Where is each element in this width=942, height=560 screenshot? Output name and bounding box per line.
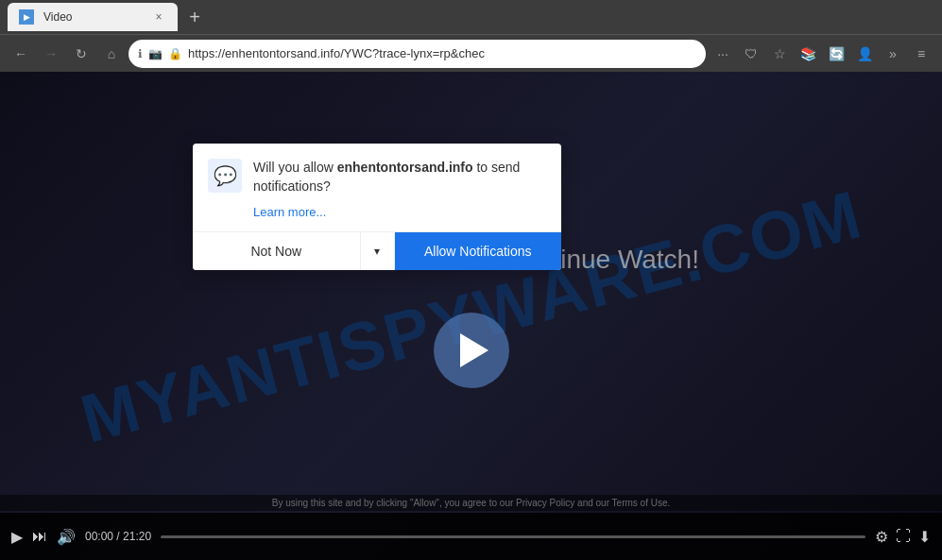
- video-download-button[interactable]: ⬇: [918, 528, 931, 546]
- new-tab-button[interactable]: +: [181, 4, 208, 30]
- menu-button[interactable]: ≡: [908, 41, 934, 67]
- learn-more-link[interactable]: Learn more...: [253, 205, 326, 219]
- allow-notifications-button[interactable]: Allow Notifications: [395, 232, 562, 270]
- play-button[interactable]: [434, 313, 509, 388]
- url-text: https://enhentontorsand.info/YWC?trace-l…: [188, 46, 696, 60]
- notification-popup: 💬 Will you allow enhentontorsand.info to…: [193, 144, 561, 270]
- video-time: 00:00 / 21:20: [85, 530, 151, 543]
- popup-buttons: Not Now ▾ Allow Notifications: [193, 231, 561, 270]
- not-now-dropdown-button[interactable]: ▾: [361, 232, 395, 270]
- refresh-button[interactable]: ↻: [68, 41, 94, 67]
- info-icon: ℹ: [138, 47, 143, 60]
- tab-bar: ▶ Video × +: [0, 0, 942, 34]
- profile-button[interactable]: 👤: [851, 41, 878, 67]
- video-fullscreen-button[interactable]: ⛶: [896, 528, 911, 545]
- popup-learn-more: Learn more...: [193, 203, 561, 231]
- lock-icon: 🔒: [168, 47, 182, 60]
- library-button[interactable]: 📚: [795, 41, 821, 67]
- video-skip-button[interactable]: ⏭: [32, 528, 47, 545]
- video-controls-right: ⚙ ⛶ ⬇: [875, 528, 931, 546]
- extensions-button[interactable]: »: [880, 41, 906, 67]
- tab-favicon: ▶: [19, 9, 34, 25]
- tab-title: Video: [43, 10, 146, 24]
- shield-button[interactable]: 🛡: [738, 41, 764, 67]
- home-button[interactable]: ⌂: [98, 41, 125, 67]
- address-bar[interactable]: ℹ 📷 🔒 https://enhentontorsand.info/YWC?t…: [128, 40, 706, 68]
- popup-header: 💬 Will you allow enhentontorsand.info to…: [193, 144, 561, 203]
- popup-message: Will you allow enhentontorsand.info to s…: [253, 159, 546, 195]
- sync-button[interactable]: 🔄: [823, 41, 849, 67]
- active-tab[interactable]: ▶ Video ×: [8, 3, 178, 31]
- video-play-button[interactable]: ▶: [11, 528, 23, 546]
- forward-button[interactable]: →: [38, 41, 64, 67]
- back-button[interactable]: ←: [8, 41, 34, 67]
- tos-text: By using this site and by clicking "Allo…: [0, 495, 942, 511]
- not-now-button[interactable]: Not Now: [193, 232, 361, 270]
- play-triangle-icon: [460, 333, 488, 367]
- popup-chat-icon: 💬: [208, 159, 242, 193]
- video-controls: ▶ ⏭ 🔊 00:00 / 21:20 ⚙ ⛶ ⬇: [0, 513, 942, 560]
- camera-icon: 📷: [148, 47, 163, 60]
- options-button[interactable]: ···: [710, 41, 736, 67]
- video-volume-button[interactable]: 🔊: [57, 528, 76, 546]
- video-settings-button[interactable]: ⚙: [875, 528, 888, 546]
- content-area: 💬 Will you allow enhentontorsand.info to…: [0, 72, 942, 560]
- popup-site-name: enhentontorsand.info: [337, 160, 473, 175]
- bookmark-button[interactable]: ☆: [766, 41, 793, 67]
- nav-right-buttons: ··· 🛡 ☆ 📚 🔄 👤 » ≡: [710, 41, 934, 67]
- nav-bar: ← → ↻ ⌂ ℹ 📷 🔒 https://enhentontorsand.in…: [0, 34, 942, 72]
- video-progress-bar[interactable]: [161, 535, 865, 538]
- browser-window: ▶ Video × + ← → ↻ ⌂ ℹ 📷 🔒 https://enhent…: [0, 0, 942, 560]
- tab-close-button[interactable]: ×: [151, 9, 166, 25]
